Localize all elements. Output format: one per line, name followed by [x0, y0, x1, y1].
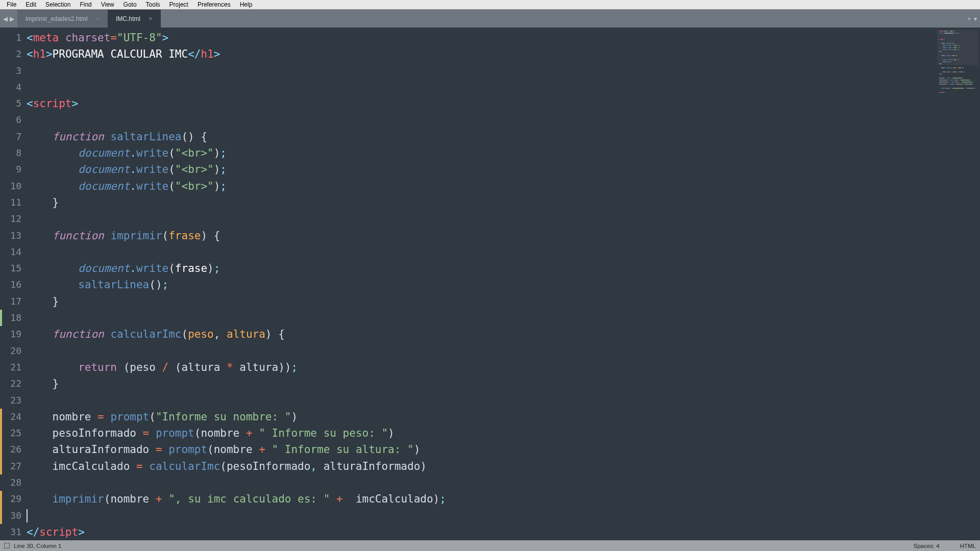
line-number: 2	[3, 46, 27, 62]
statusbar: Line 30, Column 1 Spaces: 4 HTML	[0, 540, 980, 551]
line-number: 14	[3, 244, 27, 260]
close-icon[interactable]: ×	[149, 15, 153, 22]
line-number: 24	[3, 409, 27, 425]
code-line[interactable]: imprimir(nombre + ", su imc calculado es…	[27, 491, 934, 507]
status-indentation[interactable]: Spaces: 4	[914, 543, 940, 549]
status-cursor-position[interactable]: Line 30, Column 1	[14, 543, 61, 549]
line-number: 22	[3, 375, 27, 392]
menu-tools[interactable]: Tools	[141, 1, 165, 9]
code-line[interactable]: </script>	[27, 524, 934, 540]
line-number: 6	[3, 112, 27, 128]
tab-imprimir-edades2[interactable]: imprimir_edades2.html ×	[17, 10, 108, 28]
tab-imc-html[interactable]: IMC.html ×	[108, 10, 161, 28]
code-line[interactable]: }	[27, 194, 934, 211]
line-number: 25	[3, 425, 27, 441]
tab-nav: ◀ ▶	[0, 10, 17, 28]
tab-menu-icon[interactable]: ▾	[974, 15, 977, 22]
line-number: 23	[3, 392, 27, 409]
code-line[interactable]: <h1>PROGRAMA CALCULAR IMC</h1>	[27, 46, 934, 62]
tab-label: imprimir_edades2.html	[26, 15, 87, 22]
line-number: 16	[3, 277, 27, 293]
line-number: 26	[3, 441, 27, 458]
code-line[interactable]: function calcularImc(peso, altura) {	[27, 326, 934, 342]
line-number: 31	[3, 524, 27, 540]
line-number: 12	[3, 211, 27, 227]
line-number: 29	[3, 491, 27, 507]
code-line[interactable]: document.write("<br>");	[27, 161, 934, 178]
line-number: 19	[3, 326, 27, 342]
menubar: File Edit Selection Find View Goto Tools…	[0, 0, 980, 10]
line-number: 4	[3, 79, 27, 95]
code-line[interactable]: alturaInformado = prompt(nombre + " Info…	[27, 441, 934, 458]
gutter: 1234567891011121314151617181920212223242…	[3, 28, 27, 540]
code-line[interactable]: function saltarLinea() {	[27, 129, 934, 145]
code-line[interactable]: document.write(frase);	[27, 260, 934, 277]
tabbar: ◀ ▶ imprimir_edades2.html × IMC.html × +…	[0, 10, 980, 28]
menu-preferences[interactable]: Preferences	[193, 1, 235, 9]
code-line[interactable]: function imprimir(frase) {	[27, 228, 934, 244]
tabbar-right: + ▾	[967, 10, 977, 28]
code-line[interactable]	[27, 474, 934, 491]
line-number: 13	[3, 228, 27, 244]
code-line[interactable]	[27, 310, 934, 326]
line-number: 28	[3, 474, 27, 491]
panel-switcher-icon[interactable]	[4, 543, 10, 548]
menu-project[interactable]: Project	[165, 1, 193, 9]
tab-label: IMC.html	[116, 15, 140, 22]
code-line[interactable]	[27, 79, 934, 95]
close-icon[interactable]: ×	[95, 15, 100, 22]
line-number: 21	[3, 359, 27, 375]
code-line[interactable]: <script>	[27, 95, 934, 112]
line-number: 11	[3, 194, 27, 211]
line-number: 20	[3, 343, 27, 359]
menu-edit[interactable]: Edit	[21, 1, 41, 9]
line-number: 17	[3, 293, 27, 310]
line-number: 27	[3, 458, 27, 474]
menu-find[interactable]: Find	[75, 1, 96, 9]
line-number: 7	[3, 129, 27, 145]
text-cursor	[27, 509, 28, 522]
code-line[interactable]	[27, 343, 934, 359]
gutter-modified	[0, 28, 3, 540]
tab-back-icon[interactable]: ◀	[3, 15, 8, 22]
line-number: 5	[3, 95, 27, 112]
menu-view[interactable]: View	[96, 1, 119, 9]
menu-selection[interactable]: Selection	[41, 1, 75, 9]
code-line[interactable]	[27, 392, 934, 409]
new-tab-icon[interactable]: +	[967, 15, 971, 22]
minimap[interactable]	[934, 28, 980, 540]
minimap-content	[939, 31, 977, 94]
code-line[interactable]	[27, 244, 934, 260]
code-area[interactable]: <meta charset="UTF-8"><h1>PROGRAMA CALCU…	[27, 28, 934, 540]
menu-file[interactable]: File	[2, 1, 21, 9]
code-line[interactable]: imcCalculado = calcularImc(pesoInformado…	[27, 458, 934, 474]
code-line[interactable]: }	[27, 375, 934, 392]
code-line[interactable]: document.write("<br>");	[27, 178, 934, 194]
code-line[interactable]	[27, 211, 934, 227]
code-line[interactable]: pesoInformado = prompt(nombre + " Inform…	[27, 425, 934, 441]
line-number: 1	[3, 30, 27, 46]
code-line[interactable]: saltarLinea();	[27, 277, 934, 293]
line-number: 9	[3, 161, 27, 178]
line-number: 10	[3, 178, 27, 194]
menu-goto[interactable]: Goto	[119, 1, 141, 9]
code-line[interactable]: <meta charset="UTF-8">	[27, 30, 934, 46]
status-syntax[interactable]: HTML	[960, 543, 976, 549]
code-line[interactable]	[27, 112, 934, 128]
code-line[interactable]	[27, 63, 934, 79]
line-number: 8	[3, 145, 27, 161]
line-number: 3	[3, 63, 27, 79]
code-line[interactable]	[27, 508, 934, 524]
code-line[interactable]: nombre = prompt("Informe su nombre: ")	[27, 409, 934, 425]
tab-forward-icon[interactable]: ▶	[10, 15, 14, 22]
code-line[interactable]: }	[27, 293, 934, 310]
editor: 1234567891011121314151617181920212223242…	[0, 28, 980, 540]
menu-help[interactable]: Help	[235, 1, 257, 9]
line-number: 18	[3, 310, 27, 326]
line-number: 15	[3, 260, 27, 277]
line-number: 30	[3, 508, 27, 524]
code-line[interactable]: document.write("<br>");	[27, 145, 934, 161]
code-line[interactable]: return (peso / (altura * altura));	[27, 359, 934, 375]
